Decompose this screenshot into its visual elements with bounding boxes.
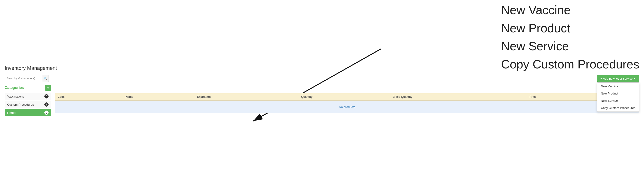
edit-categories-button[interactable]: ✎ [45, 85, 51, 91]
dropdown-menu: New Vaccine New Product New Service Copy… [597, 82, 639, 112]
col-quantity: Quantity [298, 93, 390, 101]
sidebar: Categories ✎ Vaccinations 0 Custom Proce… [5, 85, 51, 116]
category-name: Herbal [7, 111, 16, 114]
category-name: Vaccinations [7, 95, 24, 98]
table-header-row: Code Name Expiration Quantity Billed Qua… [55, 93, 639, 101]
dropdown-item-new-vaccine[interactable]: New Vaccine [597, 83, 639, 90]
search-button[interactable]: 🔍 [42, 75, 48, 82]
category-badge: 0 [44, 94, 48, 98]
table-body: No products [55, 101, 639, 114]
table-row: No products [55, 101, 639, 114]
table-header: Code Name Expiration Quantity Billed Qua… [55, 93, 639, 101]
category-item-vaccinations[interactable]: Vaccinations 0 [5, 93, 51, 100]
dropdown-item-new-service[interactable]: New Service [597, 97, 639, 104]
col-name: Name [123, 93, 194, 101]
search-box: 🔍 [5, 75, 49, 82]
callout-new-product: New Product [501, 21, 570, 36]
content-row: Categories ✎ Vaccinations 0 Custom Proce… [5, 85, 639, 116]
callout-area: New Vaccine New Product New Service Copy… [501, 2, 639, 72]
page-title: Inventory Management [5, 65, 639, 71]
dropdown-item-copy-custom[interactable]: Copy Custom Procedures [597, 104, 639, 111]
callout-new-vaccine: New Vaccine [501, 2, 571, 18]
col-billed-quantity: Billed Quantity [390, 93, 527, 101]
search-input[interactable] [5, 75, 42, 82]
col-price: Price [527, 93, 594, 101]
toolbar: 🔍 + Add new lot or service ▼ New Vaccine… [5, 75, 639, 82]
page-wrapper: New Vaccine New Product New Service Copy… [0, 0, 644, 189]
add-btn-wrapper: + Add new lot or service ▼ New Vaccine N… [597, 75, 639, 82]
col-expiration: Expiration [194, 93, 298, 101]
sidebar-header: Categories ✎ [5, 85, 51, 91]
category-item-custom-procedures[interactable]: Custom Procedures 2 [5, 101, 51, 108]
col-code: Code [55, 93, 123, 101]
category-list: Vaccinations 0 Custom Procedures 2 Herba… [5, 93, 51, 116]
inventory-table: Code Name Expiration Quantity Billed Qua… [55, 93, 639, 113]
second-toolbar: Show archived [55, 85, 639, 91]
category-item-herbal[interactable]: Herbal 0 [5, 109, 51, 116]
search-icon: 🔍 [44, 77, 47, 80]
category-badge: 2 [44, 102, 48, 107]
caret-icon: ▼ [634, 77, 636, 80]
add-new-lot-button[interactable]: + Add new lot or service ▼ [597, 75, 639, 82]
category-name: Custom Procedures [7, 103, 34, 106]
add-button-label: + Add new lot or service [600, 77, 632, 80]
pencil-icon: ✎ [47, 86, 49, 89]
dropdown-item-new-product[interactable]: New Product [597, 90, 639, 97]
callout-new-service: New Service [501, 38, 569, 54]
table-area: Show archived Code Name Expiration Quant… [55, 85, 639, 113]
main-content: Inventory Management 🔍 + Add new lot or … [0, 65, 644, 116]
no-products-message: No products [55, 101, 639, 114]
categories-title: Categories [5, 86, 24, 90]
category-badge: 0 [44, 111, 48, 115]
